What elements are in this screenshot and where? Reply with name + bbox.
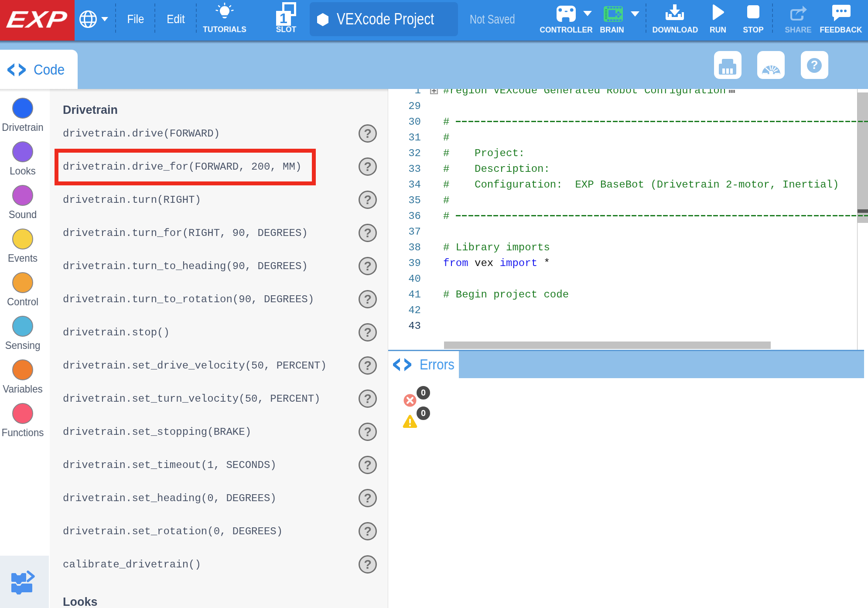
svg-text:?: ? <box>811 58 818 72</box>
